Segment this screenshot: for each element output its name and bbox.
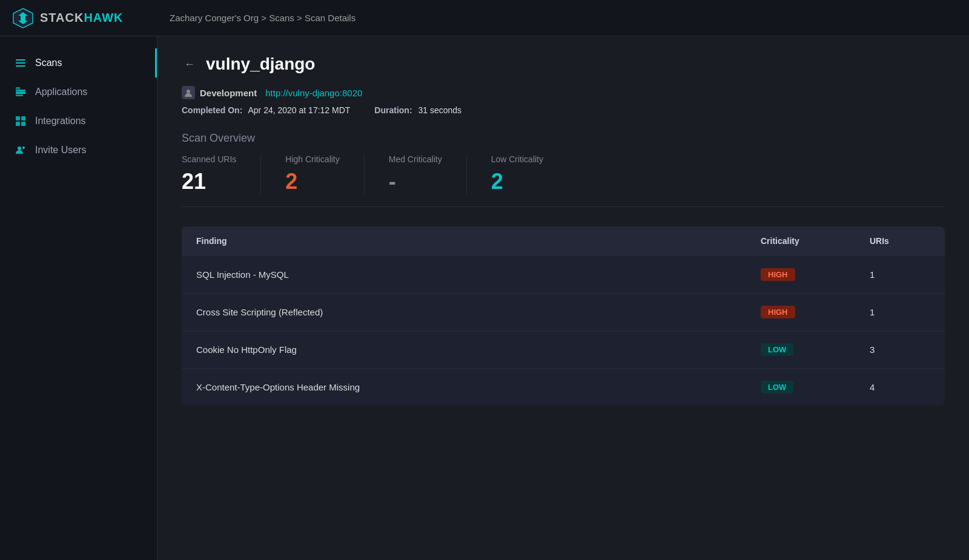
svg-rect-4 <box>16 87 20 89</box>
meta-environment-row: Development http://vulny-django:8020 <box>182 86 945 99</box>
sidebar-item-integrations-label: Integrations <box>35 116 86 127</box>
scans-icon <box>15 57 27 69</box>
overview-section-title: Scan Overview <box>182 132 945 145</box>
duration: Duration: 31 seconds <box>374 105 461 115</box>
environment-icon <box>182 86 195 99</box>
criticality-badge: HIGH <box>761 306 795 318</box>
finding-name: SQL Injection - MySQL <box>196 269 761 280</box>
finding-name: Cross Site Scripting (Reflected) <box>196 307 761 317</box>
th-finding: Finding <box>196 236 761 246</box>
uris-value: 1 <box>870 269 930 280</box>
logo-text: STACKHAWK <box>40 11 124 25</box>
sidebar-item-scans-label: Scans <box>35 58 62 68</box>
card-value-scanned-uris: 21 <box>182 169 236 194</box>
criticality-cell: HIGH <box>761 268 870 281</box>
th-uris: URIs <box>870 236 930 246</box>
environment-label: Development <box>200 88 257 98</box>
overview-card-scanned-uris: Scanned URIs21 <box>182 154 261 194</box>
card-value-low-criticality: 2 <box>491 169 543 194</box>
environment-badge: Development <box>182 86 257 99</box>
table-row[interactable]: SQL Injection - MySQLHIGH1 <box>182 255 945 293</box>
criticality-cell: LOW <box>761 343 870 356</box>
applications-icon <box>15 86 27 98</box>
finding-name: Cookie No HttpOnly Flag <box>196 344 761 355</box>
svg-point-16 <box>187 90 190 93</box>
invite-users-icon <box>15 144 27 156</box>
svg-rect-10 <box>16 122 20 126</box>
sidebar-item-applications[interactable]: Applications <box>0 77 157 107</box>
logo-area: STACKHAWK <box>12 7 170 29</box>
stackhawk-logo-icon <box>12 7 34 29</box>
environment-url[interactable]: http://vulny-django:8020 <box>265 88 362 98</box>
svg-rect-9 <box>21 116 25 120</box>
completed-value: Apr 24, 2020 at 17:12 MDT <box>248 105 350 115</box>
completed-on: Completed On: Apr 24, 2020 at 17:12 MDT <box>182 105 350 115</box>
svg-rect-8 <box>16 116 20 120</box>
svg-rect-11 <box>21 122 25 126</box>
table-header: Finding Criticality URIs <box>182 226 945 255</box>
sidebar-item-integrations[interactable]: Integrations <box>0 107 157 136</box>
svg-rect-1 <box>16 59 25 61</box>
svg-rect-2 <box>16 62 25 64</box>
finding-name: X-Content-Type-Options Header Missing <box>196 382 761 392</box>
sidebar-item-invite-users[interactable]: Invite Users <box>0 136 157 165</box>
table-row[interactable]: Cookie No HttpOnly FlagLOW3 <box>182 331 945 368</box>
card-value-med-criticality: - <box>389 169 442 194</box>
table-row[interactable]: Cross Site Scripting (Reflected)HIGH1 <box>182 293 945 331</box>
th-criticality: Criticality <box>761 236 870 246</box>
findings-table: Finding Criticality URIs SQL Injection -… <box>182 226 945 406</box>
sidebar: Scans Applications <box>0 36 157 560</box>
card-label-scanned-uris: Scanned URIs <box>182 154 236 164</box>
topbar: STACKHAWK Zachary Conger's Org > Scans >… <box>0 0 969 36</box>
overview-cards: Scanned URIs21High Criticality2Med Criti… <box>182 154 945 207</box>
card-label-med-criticality: Med Criticality <box>389 154 442 164</box>
criticality-badge: HIGH <box>761 268 795 281</box>
svg-point-12 <box>18 147 21 150</box>
criticality-badge: LOW <box>761 381 793 394</box>
svg-rect-5 <box>16 90 25 91</box>
main-content: ← vulny_django Development http://vulny-… <box>157 36 969 560</box>
criticality-cell: LOW <box>761 381 870 394</box>
criticality-badge: LOW <box>761 343 793 356</box>
page-title: vulny_django <box>206 54 315 74</box>
overview-card-low-criticality: Low Criticality2 <box>491 154 567 194</box>
table-row[interactable]: X-Content-Type-Options Header MissingLOW… <box>182 368 945 406</box>
back-button[interactable]: ← <box>182 56 197 73</box>
sidebar-item-applications-label: Applications <box>35 87 87 97</box>
overview-card-high-criticality: High Criticality2 <box>285 154 364 194</box>
svg-rect-7 <box>16 94 23 96</box>
card-value-high-criticality: 2 <box>285 169 339 194</box>
overview-card-med-criticality: Med Criticality- <box>389 154 467 194</box>
svg-rect-6 <box>16 92 25 94</box>
breadcrumb: Zachary Conger's Org > Scans > Scan Deta… <box>170 13 356 23</box>
uris-value: 3 <box>870 344 930 355</box>
sidebar-item-invite-users-label: Invite Users <box>35 145 86 156</box>
card-label-high-criticality: High Criticality <box>285 154 339 164</box>
page-header: ← vulny_django <box>182 54 945 74</box>
duration-value: 31 seconds <box>418 105 461 115</box>
svg-rect-3 <box>16 65 25 67</box>
uris-value: 1 <box>870 307 930 317</box>
card-label-low-criticality: Low Criticality <box>491 154 543 164</box>
integrations-icon <box>15 115 27 127</box>
details-row: Completed On: Apr 24, 2020 at 17:12 MDT … <box>182 105 945 115</box>
uris-value: 4 <box>870 382 930 392</box>
criticality-cell: HIGH <box>761 306 870 318</box>
sidebar-item-scans[interactable]: Scans <box>0 48 157 77</box>
